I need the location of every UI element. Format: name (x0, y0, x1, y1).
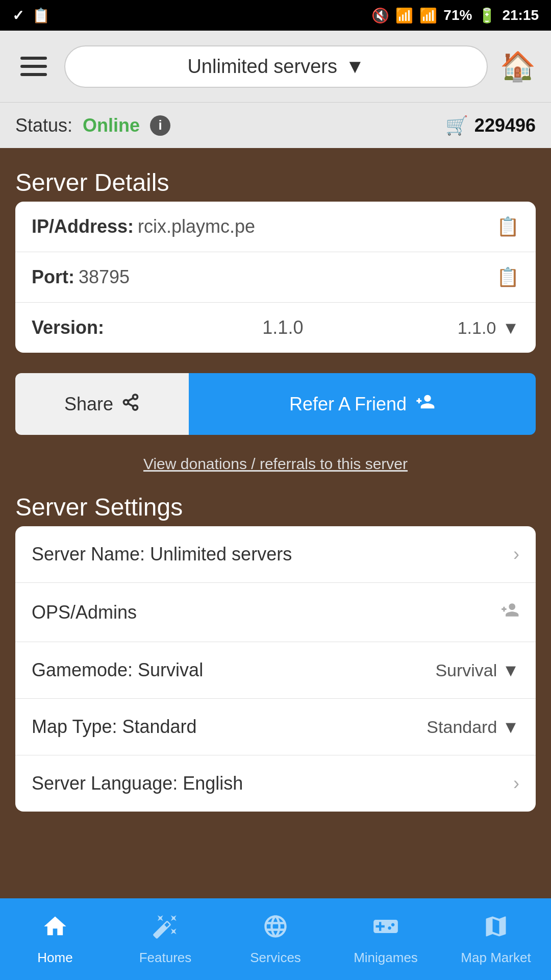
bottom-nav: Home Features Services Minigames (0, 898, 551, 980)
home-nav-icon (42, 913, 68, 946)
features-nav-icon (152, 913, 179, 946)
server-settings-card: Server Name: Unlimited servers › OPS/Adm… (15, 526, 536, 812)
port-label: Port: (32, 266, 74, 288)
map-type-label: Map Type: Standard (32, 716, 197, 738)
hamburger-line-2 (20, 65, 47, 68)
services-nav-label: Services (250, 950, 301, 966)
server-settings-section: Server Settings Server Name: Unlimited s… (15, 493, 536, 812)
nav-item-minigames[interactable]: Minigames (331, 898, 441, 980)
map-type-row[interactable]: Map Type: Standard Standard ▼ (15, 699, 536, 755)
info-button[interactable]: i (150, 115, 170, 136)
app-header: Unlimited servers ▼ 🏠 (0, 31, 551, 102)
version-chevron-icon: ▼ (502, 318, 519, 338)
main-content: Server Details IP/Address: rcix.playmc.p… (0, 148, 551, 898)
ip-value: rcix.playmc.pe (138, 216, 255, 237)
server-selector-label: Unlimited servers (187, 56, 337, 78)
nav-item-home[interactable]: Home (0, 898, 110, 980)
ops-admins-label: OPS/Admins (32, 602, 137, 623)
map-market-nav-icon (483, 913, 509, 946)
server-selector-dropdown[interactable]: Unlimited servers ▼ (64, 45, 488, 88)
language-row[interactable]: Server Language: English › (15, 755, 536, 812)
nav-item-services[interactable]: Services (220, 898, 331, 980)
status-bar: ✓ 📋 🔇 📶 📶 71% 🔋 21:15 (0, 0, 551, 31)
mute-icon: 🔇 (371, 7, 389, 24)
cart-area[interactable]: 🛒 229496 (445, 115, 536, 136)
share-label: Share (64, 394, 113, 415)
chevron-down-icon: ▼ (345, 56, 365, 78)
donations-link[interactable]: View donations / referrals to this serve… (15, 455, 536, 473)
minigames-nav-label: Minigames (354, 950, 418, 966)
gamemode-chevron-icon: ▼ (502, 660, 519, 680)
services-nav-icon (262, 913, 289, 946)
home-nav-label: Home (37, 950, 72, 966)
gamemode-label: Gamemode: Survival (32, 659, 203, 681)
add-person-icon (415, 391, 435, 416)
language-label: Server Language: English (32, 773, 243, 794)
copy-port-icon[interactable]: 📋 (496, 266, 519, 288)
nav-item-map-market[interactable]: Map Market (441, 898, 551, 980)
nav-item-features[interactable]: Features (110, 898, 220, 980)
cart-icon: 🛒 (445, 115, 468, 136)
ip-label: IP/Address: (32, 216, 134, 237)
home-icon: 🏠 (500, 50, 536, 82)
notification-icon: ✓ (12, 7, 24, 24)
server-name-chevron-icon: › (513, 544, 519, 565)
status-label: Status: (15, 115, 72, 136)
battery-icon: 🔋 (478, 7, 496, 24)
refer-friend-button[interactable]: Refer A Friend (189, 373, 536, 435)
version-row: Version: 1.1.0 1.1.0 ▼ (15, 303, 536, 353)
map-market-nav-label: Map Market (461, 950, 531, 966)
server-name-label: Server Name: Unlimited servers (32, 544, 292, 565)
features-nav-label: Features (139, 950, 192, 966)
map-type-chevron-icon: ▼ (502, 717, 519, 737)
svg-line-3 (128, 403, 133, 406)
ip-row: IP/Address: rcix.playmc.pe 📋 (15, 202, 536, 252)
status-bar-right: 🔇 📶 📶 71% 🔋 21:15 (371, 7, 539, 24)
server-name-row[interactable]: Server Name: Unlimited servers › (15, 526, 536, 583)
minigames-nav-icon (372, 913, 399, 946)
map-type-dropdown[interactable]: Standard ▼ (427, 717, 519, 737)
version-value: 1.1.0 (262, 317, 303, 338)
screenshot-icon: 📋 (32, 7, 50, 24)
share-button[interactable]: Share (15, 373, 189, 435)
cart-number: 229496 (474, 115, 536, 136)
ops-admins-row[interactable]: OPS/Admins (15, 583, 536, 642)
svg-line-4 (128, 398, 133, 401)
status-bar-left: ✓ 📋 (12, 7, 50, 24)
version-dropdown[interactable]: 1.1.0 ▼ (458, 318, 519, 338)
language-chevron-icon: › (513, 773, 519, 794)
copy-ip-icon[interactable]: 📋 (496, 216, 519, 237)
sub-header: Status: Online i 🛒 229496 (0, 102, 551, 148)
gamemode-value: Survival (435, 660, 497, 680)
version-label: Version: (32, 317, 104, 338)
port-row: Port: 38795 📋 (15, 252, 536, 303)
action-buttons-row: Share Refer A Friend (15, 373, 536, 435)
server-settings-title: Server Settings (15, 493, 536, 521)
wifi-icon: 📶 (395, 7, 413, 24)
hamburger-line-3 (20, 73, 47, 76)
map-type-value: Standard (427, 717, 497, 737)
gamemode-row[interactable]: Gamemode: Survival Survival ▼ (15, 642, 536, 699)
status-online-value: Online (83, 115, 140, 136)
battery-text: 71% (443, 7, 472, 23)
hamburger-line-1 (20, 57, 47, 60)
server-details-section: Server Details IP/Address: rcix.playmc.p… (15, 168, 536, 353)
server-details-title: Server Details (15, 168, 536, 197)
hamburger-button[interactable] (15, 52, 52, 81)
gamemode-dropdown[interactable]: Survival ▼ (435, 660, 519, 680)
share-icon (121, 393, 140, 415)
add-admin-icon (500, 600, 519, 624)
signal-icon: 📶 (419, 7, 437, 24)
server-details-card: IP/Address: rcix.playmc.pe 📋 Port: 38795… (15, 202, 536, 353)
version-dropdown-value: 1.1.0 (458, 318, 496, 338)
home-button[interactable]: 🏠 (500, 50, 536, 83)
port-value: 38795 (79, 266, 130, 288)
refer-label: Refer A Friend (289, 394, 407, 415)
time-display: 21:15 (502, 7, 539, 23)
